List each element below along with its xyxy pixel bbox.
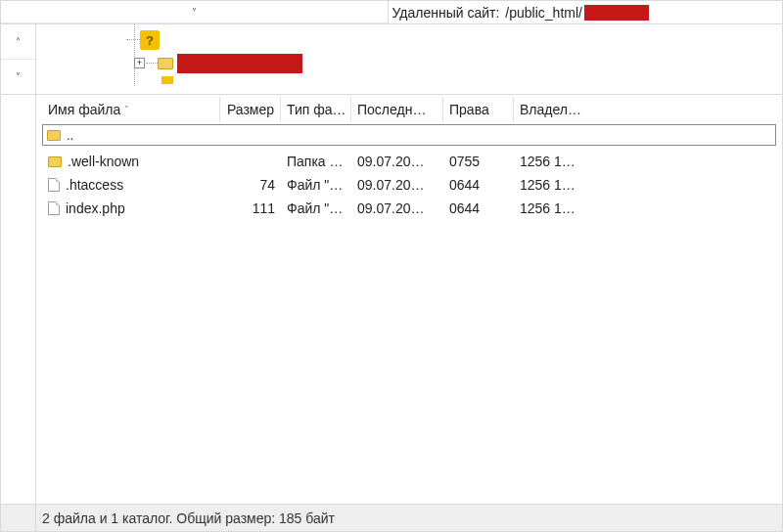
history-next-button[interactable]: ˅ bbox=[1, 60, 35, 94]
file-owner-cell: 1256 1… bbox=[514, 177, 776, 193]
chevron-down-icon: ˅ bbox=[16, 71, 21, 82]
folder-icon bbox=[47, 130, 61, 141]
status-bar-text: 2 файла и 1 каталог. Общий размер: 185 б… bbox=[36, 505, 782, 531]
file-icon bbox=[48, 178, 60, 192]
file-row[interactable]: .htaccess74Файл "…09.07.20…06441256 1… bbox=[42, 173, 776, 197]
left-gutter bbox=[1, 95, 36, 504]
address-redacted-segment bbox=[584, 5, 649, 21]
file-modified-cell: 09.07.20… bbox=[351, 154, 443, 169]
address-dropdown-toggle[interactable]: ˅ bbox=[1, 1, 389, 23]
file-permissions-cell: 0755 bbox=[443, 154, 514, 169]
remote-directory-tree[interactable]: ? + bbox=[36, 24, 782, 94]
tree-expander[interactable]: + bbox=[134, 58, 145, 68]
column-header-row: Имя файла ˄ Размер Тип фа… Последн… Прав… bbox=[42, 97, 776, 122]
parent-directory-label: .. bbox=[67, 128, 73, 143]
address-label: Удаленный сайт: bbox=[392, 5, 502, 21]
file-name-cell: index.php bbox=[42, 200, 220, 216]
file-icon bbox=[48, 201, 60, 215]
address-path: /public_html/ bbox=[505, 5, 582, 21]
file-name-cell: .htaccess bbox=[42, 177, 220, 193]
column-header-type[interactable]: Тип фа… bbox=[281, 97, 351, 122]
file-size-cell: 74 bbox=[220, 177, 281, 193]
folder-icon bbox=[158, 58, 173, 69]
tree-node-redacted-label bbox=[177, 54, 302, 73]
parent-directory-row[interactable]: .. bbox=[42, 124, 776, 146]
file-permissions-cell: 0644 bbox=[443, 200, 514, 216]
file-name: .htaccess bbox=[66, 177, 123, 193]
file-owner-cell: 1256 1… bbox=[514, 154, 776, 169]
chevron-up-icon: ˄ bbox=[16, 36, 21, 47]
remote-address-bar[interactable]: Удаленный сайт: /public_html/ bbox=[389, 1, 783, 23]
file-row[interactable]: .well-knownПапка …09.07.20…07551256 1… bbox=[42, 150, 776, 173]
column-header-size[interactable]: Размер bbox=[220, 97, 281, 122]
file-name: .well-known bbox=[68, 154, 139, 169]
file-type-cell: Файл "… bbox=[281, 177, 351, 193]
column-header-name[interactable]: Имя файла ˄ bbox=[42, 97, 220, 122]
file-modified-cell: 09.07.20… bbox=[351, 177, 443, 193]
unknown-folder-icon: ? bbox=[140, 30, 160, 50]
file-owner-cell: 1256 1… bbox=[514, 200, 776, 216]
file-name: index.php bbox=[66, 200, 125, 216]
chevron-down-icon: ˅ bbox=[192, 7, 197, 18]
file-type-cell: Файл "… bbox=[281, 200, 351, 216]
column-header-permissions[interactable]: Права bbox=[443, 97, 514, 122]
file-size-cell: 111 bbox=[220, 200, 281, 216]
unknown-folder-icon bbox=[161, 76, 173, 84]
file-type-cell: Папка … bbox=[281, 154, 351, 169]
column-header-label: Имя файла bbox=[48, 102, 120, 117]
status-gutter bbox=[1, 505, 36, 531]
remote-file-list[interactable]: .well-knownПапка …09.07.20…07551256 1….h… bbox=[42, 150, 776, 504]
file-name-cell: .well-known bbox=[42, 154, 220, 169]
file-modified-cell: 09.07.20… bbox=[351, 200, 443, 216]
file-permissions-cell: 0644 bbox=[443, 177, 514, 193]
column-header-owner[interactable]: Владел… bbox=[514, 97, 776, 122]
folder-icon bbox=[48, 156, 62, 167]
history-prev-button[interactable]: ˄ bbox=[1, 24, 35, 60]
file-row[interactable]: index.php111Файл "…09.07.20…06441256 1… bbox=[42, 197, 776, 220]
sort-asc-icon: ˄ bbox=[124, 105, 129, 114]
column-header-modified[interactable]: Последн… bbox=[351, 97, 443, 122]
